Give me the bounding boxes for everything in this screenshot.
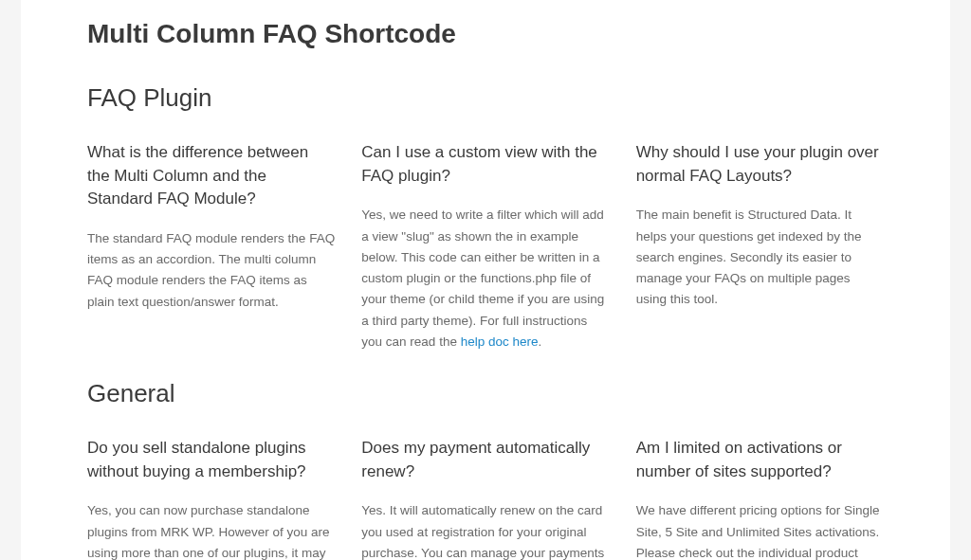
- page-title: Multi Column FAQ Shortcode: [87, 19, 884, 49]
- section-heading-general: General: [87, 379, 884, 408]
- faq-item: Why should I use your plugin over normal…: [636, 141, 884, 352]
- faq-answer: Yes, you can now purchase standalone plu…: [87, 500, 335, 560]
- faq-question: Am I limited on activations or number of…: [636, 437, 884, 483]
- faq-question: Why should I use your plugin over normal…: [636, 141, 884, 188]
- faq-answer-text: We have different pricing options for Si…: [636, 503, 880, 560]
- faq-question: Does my payment automatically renew?: [361, 437, 609, 483]
- faq-item: What is the difference between the Multi…: [87, 141, 335, 352]
- faq-answer-text: The main benefit is Structured Data. It …: [636, 208, 862, 306]
- section-heading-faq-plugin: FAQ Plugin: [87, 83, 884, 113]
- faq-answer: Yes, we need to write a filter which wil…: [361, 205, 609, 352]
- faq-answer-text-after: .: [538, 334, 541, 349]
- page-container: Multi Column FAQ Shortcode FAQ Plugin Wh…: [21, 0, 950, 560]
- faq-item: Can I use a custom view with the FAQ plu…: [361, 141, 609, 352]
- faq-answer: We have different pricing options for Si…: [636, 500, 884, 560]
- faq-item: Does my payment automatically renew? Yes…: [361, 437, 609, 560]
- faq-answer-link[interactable]: help doc here: [461, 334, 539, 349]
- faq-answer-text: Yes. It will automatically renew on the …: [361, 503, 604, 560]
- faq-answer: The main benefit is Structured Data. It …: [636, 205, 884, 310]
- faq-question: Do you sell standalone plugins without b…: [87, 437, 335, 483]
- faq-question: Can I use a custom view with the FAQ plu…: [361, 141, 609, 188]
- faq-answer-text: Yes, we need to write a filter which wil…: [361, 208, 604, 349]
- faq-answer: Yes. It will automatically renew on the …: [361, 500, 609, 560]
- faq-answer-text: Yes, you can now purchase standalone plu…: [87, 503, 330, 560]
- faq-question: What is the difference between the Multi…: [87, 141, 335, 211]
- faq-item: Do you sell standalone plugins without b…: [87, 437, 335, 560]
- faq-answer-text: The standard FAQ module renders the FAQ …: [87, 231, 335, 309]
- faq-answer: The standard FAQ module renders the FAQ …: [87, 228, 335, 313]
- faq-grid: Do you sell standalone plugins without b…: [87, 437, 884, 560]
- faq-grid: What is the difference between the Multi…: [87, 141, 884, 352]
- faq-item: Am I limited on activations or number of…: [636, 437, 884, 560]
